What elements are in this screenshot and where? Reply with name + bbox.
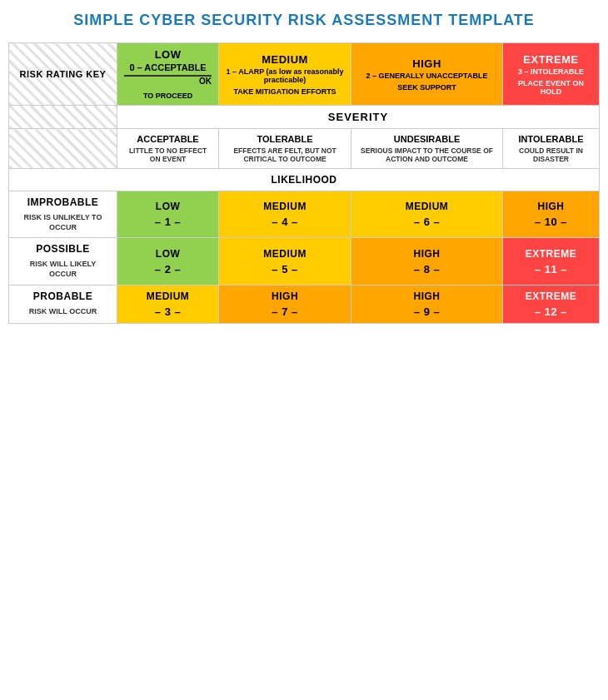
key-medium-cell: MEDIUM 1 – ALARP (as low as reasonably p…: [219, 43, 351, 106]
likelihood-improbable: IMPROBABLE RISK IS UNLIKELY TO OCCUR: [9, 191, 117, 238]
sev-sub-1: EFFECTS ARE FELT, BUT NOT CRITICAL TO OU…: [226, 146, 344, 163]
severity-undesirable: UNDESIRABLE SERIOUS IMPACT TO THE COURSE…: [351, 129, 503, 169]
key-high-rating: HIGH: [412, 57, 441, 70]
risk-cell-4: MEDIUM – 4 –: [219, 191, 351, 238]
key-medium-number: 1 – ALARP (as low as reasonably practica…: [226, 67, 344, 84]
risk-key-text: RISK RATING KEY: [16, 69, 110, 79]
risk-level-4: MEDIUM: [226, 201, 344, 212]
risk-level-8: HIGH: [358, 248, 496, 260]
sev-sub-3: COULD RESULT IN DISASTER: [510, 146, 592, 163]
risk-number-3: – 3 –: [124, 305, 212, 318]
key-high-number: 2 – GENERALLY UNACCEPTABLE: [366, 72, 488, 80]
likelihood-header: LIKELIHOOD: [9, 169, 600, 191]
sev-label-3: INTOLERABLE: [510, 134, 592, 144]
risk-key-label: RISK RATING KEY: [9, 43, 117, 106]
risk-cell-3: MEDIUM – 3 –: [117, 285, 219, 323]
risk-level-12: EXTREME: [510, 290, 592, 302]
key-medium-desc: TAKE MITIGATION EFFORTS: [233, 87, 336, 96]
key-low-ok: OK: [199, 77, 212, 86]
risk-cell-8: HIGH – 8 –: [351, 238, 503, 285]
risk-number-6: – 6 –: [358, 216, 496, 228]
improbable-label: IMPROBABLE: [16, 196, 110, 208]
possible-label: POSSIBLE: [16, 243, 110, 255]
risk-number-8: – 8 –: [358, 263, 496, 276]
severity-header: SEVERITY: [117, 106, 600, 129]
risk-level-2: LOW: [124, 248, 212, 260]
risk-number-4: – 4 –: [226, 216, 344, 228]
risk-number-2: – 2 –: [124, 263, 212, 276]
risk-level-6: MEDIUM: [358, 201, 496, 212]
likelihood-possible: POSSIBLE RISK WILL LIKELY OCCUR: [9, 238, 117, 285]
risk-cell-5: MEDIUM – 5 –: [219, 238, 351, 285]
key-low-desc: TO PROCEED: [143, 92, 192, 100]
risk-number-12: – 12 –: [510, 305, 592, 318]
risk-number-1: – 1 –: [124, 216, 212, 228]
probable-sub: RISK WILL OCCUR: [16, 307, 110, 317]
risk-level-5: MEDIUM: [226, 248, 344, 260]
key-low-rating: LOW: [155, 48, 182, 61]
key-low-cell: LOW 0 – ACCEPTABLE OK TO PROCEED: [117, 43, 219, 106]
risk-number-11: – 11 –: [510, 263, 592, 276]
sev-sub-2: SERIOUS IMPACT TO THE COURSE OF ACTION A…: [358, 146, 496, 163]
risk-cell-7: HIGH – 7 –: [219, 285, 351, 323]
severity-intolerable: INTOLERABLE COULD RESULT IN DISASTER: [503, 129, 600, 169]
risk-number-7: – 7 –: [226, 305, 344, 318]
risk-level-9: HIGH: [358, 290, 496, 302]
likelihood-probable: PROBABLE RISK WILL OCCUR: [9, 285, 117, 323]
sev-sub-0: LITTLE TO NO EFFECT ON EVENT: [124, 146, 212, 163]
risk-level-11: EXTREME: [510, 248, 592, 260]
risk-level-3: MEDIUM: [124, 290, 212, 302]
risk-level-1: LOW: [124, 201, 212, 212]
severity-acceptable: ACCEPTABLE LITTLE TO NO EFFECT ON EVENT: [117, 129, 219, 169]
risk-number-5: – 5 –: [226, 263, 344, 276]
key-low-number: 0 – ACCEPTABLE: [129, 62, 206, 72]
possible-sub: RISK WILL LIKELY OCCUR: [16, 260, 110, 279]
severity-hatch-1: [9, 106, 117, 129]
probable-label: PROBABLE: [16, 290, 110, 302]
risk-level-10: HIGH: [510, 201, 592, 212]
improbable-sub: RISK IS UNLIKELY TO OCCUR: [16, 213, 110, 232]
risk-cell-2: LOW – 2 –: [117, 238, 219, 285]
risk-cell-12: EXTREME – 12 –: [503, 285, 600, 323]
sev-label-2: UNDESIRABLE: [358, 134, 496, 144]
risk-number-9: – 9 –: [358, 305, 496, 318]
key-high-desc: SEEK SUPPORT: [397, 83, 456, 92]
risk-cell-9: HIGH – 9 –: [351, 285, 503, 323]
page-title: SIMPLE CYBER SECURITY RISK ASSESSMENT TE…: [8, 8, 600, 32]
risk-level-7: HIGH: [226, 290, 344, 302]
key-extreme-rating: EXTREME: [523, 53, 578, 66]
sev-label-1: TOLERABLE: [226, 134, 344, 144]
severity-tolerable: TOLERABLE EFFECTS ARE FELT, BUT NOT CRIT…: [219, 129, 351, 169]
key-extreme-number: 3 – INTOLERABLE: [518, 67, 584, 76]
sev-label-0: ACCEPTABLE: [124, 134, 212, 144]
risk-cell-11: EXTREME – 11 –: [503, 238, 600, 285]
key-extreme-desc: PLACE EVENT ON HOLD: [510, 79, 592, 96]
key-medium-rating: MEDIUM: [262, 53, 308, 66]
key-high-cell: HIGH 2 – GENERALLY UNACCEPTABLE SEEK SUP…: [351, 43, 503, 106]
risk-cell-1: LOW – 1 –: [117, 191, 219, 238]
risk-cell-10: HIGH – 10 –: [503, 191, 600, 238]
severity-hatch-2: [9, 129, 117, 169]
risk-cell-6: MEDIUM – 6 –: [351, 191, 503, 238]
key-extreme-cell: EXTREME 3 – INTOLERABLE PLACE EVENT ON H…: [503, 43, 600, 106]
risk-number-10: – 10 –: [510, 216, 592, 228]
